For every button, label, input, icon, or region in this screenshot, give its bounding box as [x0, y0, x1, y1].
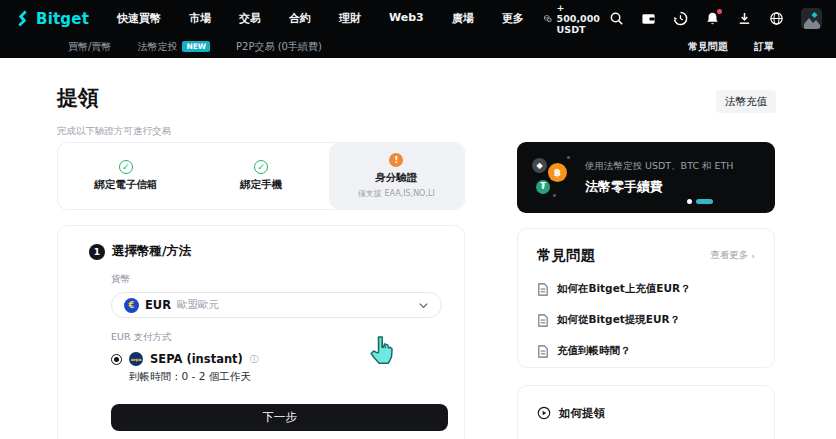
subnav-faq-link[interactable]: 常見問題 [688, 40, 728, 54]
currency-code: EUR [145, 298, 171, 312]
new-badge: NEW [182, 41, 210, 53]
faq-item-label: 如何在Bitget上充值EUR？ [557, 282, 691, 296]
eth-coin-icon: ◆ [532, 158, 547, 173]
currency-label: 貨幣 [111, 273, 440, 286]
nav-more[interactable]: 更多 [488, 11, 538, 26]
sub-header: 買幣/賣幣 法幣定投 NEW P2P交易 (0手續費) 常見問題 訂單 [0, 37, 836, 58]
verification-hint: 完成以下驗證方可進行交易 [57, 125, 171, 138]
chevron-right-icon: › [751, 250, 755, 261]
withdraw-steps-card: 1 選擇幣種/方法 貨幣 € EUR 歐盟歐元 EUR 支付方式 sepa SE… [57, 225, 465, 439]
howto-withdraw-label: 如何提領 [559, 406, 605, 421]
header-icons [609, 8, 822, 29]
nav-web3[interactable]: Web3 [375, 11, 438, 26]
pagination-dot[interactable] [687, 199, 692, 204]
decor-dot [553, 194, 556, 197]
bitget-logo-icon [14, 10, 31, 27]
step1-number-badge: 1 [89, 244, 105, 260]
currency-select[interactable]: € EUR 歐盟歐元 [111, 292, 442, 318]
subnav-p2p[interactable]: P2P交易 (0手續費) [236, 40, 322, 54]
nav-square[interactable]: 廣場 [438, 11, 488, 26]
usdt-coin-icon: ₮ [536, 180, 550, 194]
arrival-time-text: 到帳時間：0 - 2 個工作天 [129, 370, 440, 384]
sepa-method-label: SEPA (instant) [150, 352, 243, 366]
banner-line2: 法幣零手續費 [585, 178, 734, 196]
banner-pagination [687, 199, 713, 204]
play-circle-icon [537, 406, 551, 420]
btc-coin-icon: ฿ [548, 163, 567, 182]
faq-header: 常見問題 查看更多 › [537, 246, 755, 265]
sepa-method-row: sepa SEPA (instant) ⓘ [111, 352, 440, 366]
sepa-icon: sepa [129, 352, 143, 366]
search-icon[interactable] [609, 11, 624, 26]
subnav-right: 常見問題 訂單 [688, 40, 774, 54]
nav-earn[interactable]: 理財 [325, 11, 375, 26]
banner-text: 使用法幣定投 USDT、BTC 和 ETH 法幣零手續費 [585, 160, 734, 196]
verify-identity-label: 身分驗證 [375, 171, 417, 185]
chevron-down-icon [418, 300, 429, 311]
banner-line1: 使用法幣定投 USDT、BTC 和 ETH [585, 160, 734, 173]
sepa-radio[interactable] [111, 354, 122, 365]
info-icon[interactable]: ⓘ [250, 353, 259, 366]
next-step-button[interactable]: 下一步 [111, 404, 448, 431]
verify-phone-step[interactable]: ✓ 綁定手機 [193, 143, 328, 209]
nav-futures[interactable]: 合約 [275, 11, 325, 26]
step1-header: 1 選擇幣種/方法 [89, 243, 440, 260]
crypto-coins-icon: ◆ ฿ ₮ [531, 154, 573, 202]
order-history-icon[interactable] [673, 11, 688, 26]
verify-identity-step[interactable]: ! 身分驗證 僅支援 EAA,IS,NO,LI [329, 143, 464, 209]
subnav-orders-link[interactable]: 訂單 [754, 40, 774, 54]
balance-chip[interactable]: + 500,000 USDT [544, 2, 609, 35]
nav-buy-crypto[interactable]: 快速買幣 [103, 11, 175, 26]
faq-item-label: 充值到帳時間？ [557, 344, 631, 358]
bitget-logo-text: Bitget [36, 10, 89, 28]
notification-dot [717, 9, 722, 14]
document-icon [537, 345, 549, 358]
faq-item-deposit-eur[interactable]: 如何在Bitget上充值EUR？ [537, 282, 755, 296]
wallet-icon[interactable] [641, 11, 656, 26]
pagination-active-pill[interactable] [696, 199, 713, 204]
download-app-icon[interactable] [737, 11, 752, 26]
top-header: Bitget 快速買幣 市場 交易 合約 理財 Web3 廣場 更多 + 500… [0, 0, 836, 37]
subnav-fiat-invest-label: 法幣定投 [137, 40, 177, 54]
subnav-fiat-invest[interactable]: 法幣定投 NEW [137, 40, 210, 54]
faq-title: 常見問題 [537, 246, 595, 265]
balance-amount: + 500,000 USDT [557, 2, 609, 35]
main-nav: 快速買幣 市場 交易 合約 理財 Web3 廣場 更多 [103, 11, 538, 26]
notification-bell-icon[interactable] [705, 11, 720, 26]
language-globe-icon[interactable] [769, 11, 784, 26]
step1-form: 貨幣 € EUR 歐盟歐元 EUR 支付方式 sepa SEPA (instan… [111, 273, 440, 431]
faq-item-label: 如何從Bitget提現EUR？ [557, 313, 680, 327]
faq-item-withdraw-eur[interactable]: 如何從Bitget提現EUR？ [537, 313, 755, 327]
decor-dot [567, 156, 570, 159]
step1-title: 選擇幣種/方法 [112, 243, 192, 260]
check-circle-icon: ✓ [254, 160, 268, 174]
pay-method-label: EUR 支付方式 [111, 331, 440, 344]
verify-identity-note: 僅支援 EAA,IS,NO,LI [358, 188, 435, 199]
coins-icon [544, 12, 552, 25]
howto-withdraw-card[interactable]: 如何提領 [517, 385, 775, 439]
subnav-buy-sell[interactable]: 買幣/賣幣 [68, 40, 111, 54]
page-title: 提領 [57, 84, 99, 112]
currency-name: 歐盟歐元 [177, 298, 219, 312]
verify-phone-label: 綁定手機 [240, 178, 282, 192]
nav-trade[interactable]: 交易 [225, 11, 275, 26]
check-circle-icon: ✓ [119, 160, 133, 174]
alert-circle-icon: ! [389, 153, 403, 167]
fiat-zero-fee-banner[interactable]: ◆ ฿ ₮ 使用法幣定投 USDT、BTC 和 ETH 法幣零手續費 [517, 142, 775, 213]
fiat-deposit-button[interactable]: 法幣充值 [716, 90, 776, 113]
verify-email-step[interactable]: ✓ 綁定電子信箱 [58, 143, 193, 209]
user-avatar[interactable] [801, 8, 822, 29]
faq-view-more-link[interactable]: 查看更多 › [710, 249, 755, 262]
nav-markets[interactable]: 市場 [175, 11, 225, 26]
eur-coin-icon: € [124, 298, 139, 313]
faq-card: 常見問題 查看更多 › 如何在Bitget上充值EUR？ 如何從Bitget提現… [517, 228, 775, 368]
avatar-image [801, 8, 822, 29]
verify-email-label: 綁定電子信箱 [94, 178, 157, 192]
document-icon [537, 314, 549, 327]
document-icon [537, 283, 549, 296]
bitget-logo[interactable]: Bitget [14, 10, 89, 28]
faq-view-more-label: 查看更多 [710, 249, 748, 262]
verification-card: ✓ 綁定電子信箱 ✓ 綁定手機 ! 身分驗證 僅支援 EAA,IS,NO,LI [57, 142, 465, 210]
faq-item-deposit-time[interactable]: 充值到帳時間？ [537, 344, 755, 358]
